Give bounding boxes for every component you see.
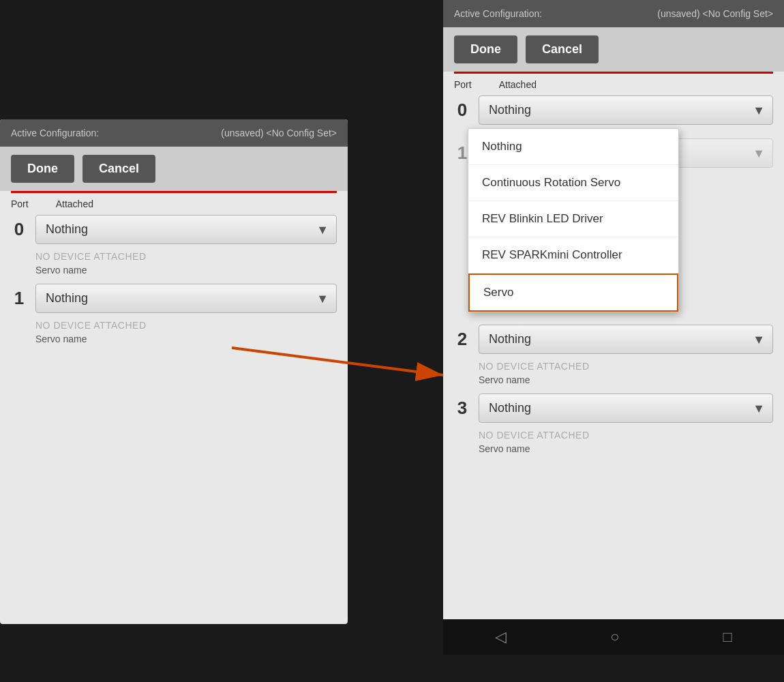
left-port-0-servo-name: Servo name bbox=[11, 263, 337, 281]
right-port-2-row: 2 Nothing ▼ bbox=[454, 325, 773, 354]
right-done-button[interactable]: Done bbox=[454, 35, 517, 63]
arrow-pointer bbox=[232, 334, 457, 389]
nav-bar: ◁ ○ □ bbox=[443, 619, 784, 655]
right-port-3-section: 3 Nothing ▼ NO DEVICE ATTACHED Servo nam… bbox=[443, 391, 784, 460]
dropdown-item-rev-blinkin[interactable]: REV Blinkin LED Driver bbox=[468, 201, 678, 237]
right-button-row: Done Cancel bbox=[443, 27, 784, 72]
left-button-row: Done Cancel bbox=[0, 147, 348, 191]
right-port-3-row: 3 Nothing ▼ bbox=[454, 394, 773, 423]
left-port-0-dropdown[interactable]: Nothing bbox=[35, 215, 337, 244]
left-config-value: (unsaved) <No Config Set> bbox=[221, 128, 337, 138]
svg-line-1 bbox=[232, 348, 443, 375]
left-active-config-label: Active Configuration: bbox=[11, 128, 99, 138]
left-col-attached: Attached bbox=[56, 198, 93, 209]
dropdown-item-rev-sparkmini[interactable]: REV SPARKmini Controller bbox=[468, 237, 678, 273]
left-port-1-dropdown[interactable]: Nothing bbox=[35, 284, 337, 313]
right-port-2-dropdown[interactable]: Nothing bbox=[479, 325, 773, 354]
left-header-bar: Active Configuration: (unsaved) <No Conf… bbox=[0, 119, 348, 147]
right-port-2-servo-name: Servo name bbox=[454, 373, 773, 391]
right-port-0-section: 0 Nothing ▼ Nothing Continuous Rotation … bbox=[443, 93, 784, 168]
left-port-1-dropdown-wrapper: Nothing ▼ bbox=[35, 284, 337, 313]
left-col-headers: Port Attached bbox=[0, 193, 348, 212]
right-active-config-label: Active Configuration: bbox=[454, 8, 542, 19]
right-port-3-dropdown-wrapper: Nothing ▼ bbox=[479, 394, 773, 423]
right-cancel-button[interactable]: Cancel bbox=[526, 35, 599, 63]
right-port-2-device: NO DEVICE ATTACHED bbox=[454, 358, 773, 373]
dropdown-item-cr-servo[interactable]: Continuous Rotation Servo bbox=[468, 165, 678, 201]
right-port-3-number: 3 bbox=[454, 398, 470, 419]
home-button[interactable]: ○ bbox=[610, 628, 619, 646]
right-port-0-row: 0 Nothing ▼ bbox=[454, 95, 773, 125]
right-header-bar: Active Configuration: (unsaved) <No Conf… bbox=[443, 0, 784, 27]
right-col-port: Port bbox=[454, 79, 472, 90]
left-done-button[interactable]: Done bbox=[11, 155, 74, 183]
right-col-attached: Attached bbox=[499, 79, 537, 90]
dropdown-item-servo[interactable]: Servo bbox=[468, 273, 678, 312]
right-port-3-servo-name: Servo name bbox=[454, 442, 773, 460]
left-port-0-device: NO DEVICE ATTACHED bbox=[11, 248, 337, 263]
left-port-1-row: 1 Nothing ▼ bbox=[11, 284, 337, 313]
left-port-0-dropdown-wrapper: Nothing ▼ bbox=[35, 215, 337, 244]
right-col-headers: Port Attached bbox=[443, 74, 784, 93]
right-port-0-dropdown[interactable]: Nothing bbox=[479, 95, 773, 125]
left-col-port: Port bbox=[11, 198, 29, 209]
dropdown-item-nothing[interactable]: Nothing bbox=[468, 129, 678, 165]
recent-button[interactable]: □ bbox=[723, 628, 732, 646]
right-port-3-device: NO DEVICE ATTACHED bbox=[454, 427, 773, 442]
right-port-0-number: 0 bbox=[454, 100, 470, 121]
left-port-1-device: NO DEVICE ATTACHED bbox=[11, 317, 337, 332]
right-dropdown-popup: Nothing Continuous Rotation Servo REV Bl… bbox=[468, 128, 679, 312]
screen-container: Active Configuration: (unsaved) <No Conf… bbox=[0, 0, 784, 682]
right-port-3-dropdown[interactable]: Nothing bbox=[479, 394, 773, 423]
left-port-0-section: 0 Nothing ▼ NO DEVICE ATTACHED Servo nam… bbox=[0, 212, 348, 281]
right-panel: Active Configuration: (unsaved) <No Conf… bbox=[443, 0, 784, 655]
right-port-2-section: 2 Nothing ▼ NO DEVICE ATTACHED Servo nam… bbox=[443, 322, 784, 391]
back-button[interactable]: ◁ bbox=[495, 628, 507, 646]
right-port-2-dropdown-wrapper: Nothing ▼ bbox=[479, 325, 773, 354]
right-port-0-dropdown-wrapper: Nothing ▼ bbox=[479, 95, 773, 125]
left-cancel-button[interactable]: Cancel bbox=[82, 155, 155, 183]
left-port-1-number: 1 bbox=[11, 288, 27, 309]
right-config-value: (unsaved) <No Config Set> bbox=[657, 8, 773, 19]
left-port-0-row: 0 Nothing ▼ bbox=[11, 215, 337, 244]
left-port-0-number: 0 bbox=[11, 219, 27, 240]
